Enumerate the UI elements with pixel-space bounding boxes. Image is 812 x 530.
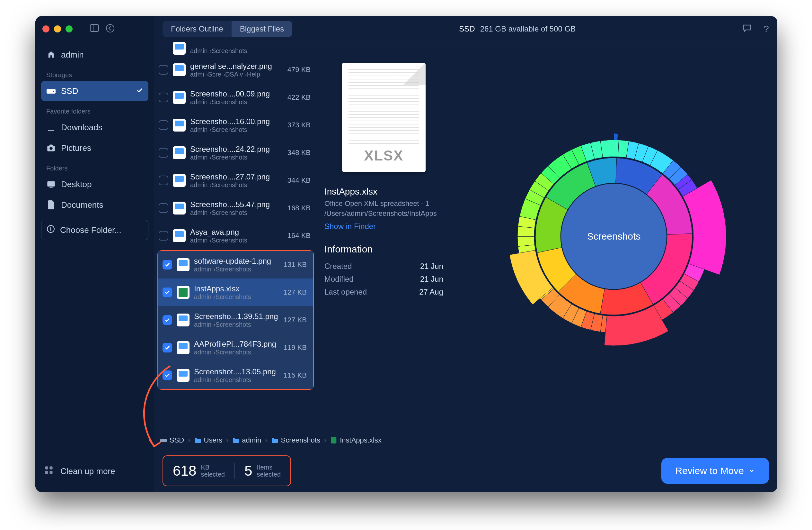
file-name: software-update-1.png	[194, 257, 279, 266]
sidebar: admin Storages SSD Favorite folders Down…	[35, 16, 154, 492]
sidebar-section-storages: Storages	[41, 65, 148, 81]
svg-rect-7	[49, 187, 52, 187]
sidebar-toggle-icon[interactable]	[90, 24, 99, 34]
breadcrumb-item[interactable]: admin	[232, 436, 261, 444]
file-row[interactable]: Screensho....27.07.png admin ›Screenshot…	[154, 167, 317, 194]
file-name: Asya_ava.png	[190, 228, 283, 237]
file-row[interactable]: AAProfilePi...784F3.png admin ›Screensho…	[158, 334, 313, 362]
svg-rect-14	[160, 439, 167, 442]
drive-icon	[46, 87, 56, 95]
file-checkbox[interactable]	[162, 260, 172, 269]
back-icon[interactable]	[106, 24, 114, 34]
file-row[interactable]: Screenshot....13.05.png admin ›Screensho…	[158, 362, 313, 389]
doc-type-label: XLSX	[342, 148, 425, 164]
choose-folder-button[interactable]: Choose Folder...	[41, 220, 148, 240]
detail-subtitle: Office Open XML spreadsheet - 1	[324, 199, 443, 209]
file-path: admin ›Screenshots	[190, 181, 283, 189]
detail-title: InstApps.xlsx	[324, 186, 443, 197]
file-checkbox[interactable]	[162, 315, 172, 325]
file-row[interactable]: Asya_ava.png admin ›Screenshots 164 KB	[154, 222, 317, 250]
file-checkbox[interactable]	[162, 288, 172, 297]
breadcrumb-label: admin	[242, 436, 261, 444]
svg-rect-10	[49, 466, 52, 469]
file-checkbox[interactable]	[162, 343, 172, 352]
file-row[interactable]: software-update-1.png admin ›Screenshots…	[158, 251, 313, 279]
file-size: 168 KB	[288, 204, 313, 212]
file-row[interactable]: general se...nalyzer.png admi ›Scre ›DSA…	[154, 56, 317, 84]
sunburst-chart[interactable]: Screenshots	[450, 42, 777, 431]
home-icon	[46, 50, 56, 59]
file-checkbox[interactable]	[159, 120, 168, 130]
detail-path: /Users/admin/Screenshots/InstApps	[324, 209, 443, 219]
file-size: 131 KB	[284, 261, 309, 269]
file-checkbox[interactable]	[159, 176, 168, 185]
breadcrumb-label: Screenshots	[281, 436, 320, 444]
file-name: Screensho....24.22.png	[190, 145, 283, 154]
review-to-move-button[interactable]: Review to Move	[661, 458, 769, 484]
file-row[interactable]: Screensho....00.09.png admin ›Screenshot…	[154, 84, 317, 111]
file-row[interactable]: Screensho....24.22.png admin ›Screenshot…	[154, 139, 317, 167]
file-checkbox[interactable]	[159, 93, 168, 102]
close-window-button[interactable]	[42, 25, 49, 32]
help-icon[interactable]: ?	[764, 24, 769, 34]
file-name: Screensho...1.39.51.png	[194, 312, 279, 321]
sidebar-item-documents[interactable]: Documents	[41, 195, 148, 215]
xlsx-file-icon	[177, 286, 189, 299]
file-checkbox[interactable]	[159, 231, 168, 240]
bottom-bar: 618 KBselected 5 Itemsselected Review to…	[154, 450, 777, 492]
sidebar-user[interactable]: admin	[41, 44, 148, 65]
info-value: 21 Jun	[420, 262, 443, 271]
sidebar-item-pictures[interactable]: Pictures	[41, 138, 148, 158]
tab-biggest-files[interactable]: Biggest Files	[232, 21, 292, 37]
image-file-icon	[173, 119, 186, 131]
selected-count-number: 5	[244, 463, 252, 479]
tab-folders-outline[interactable]: Folders Outline	[162, 21, 232, 37]
sidebar-item-downloads[interactable]: Downloads	[41, 117, 148, 138]
breadcrumb-separator: ›	[265, 436, 267, 444]
sidebar-item-ssd[interactable]: SSD	[41, 81, 148, 101]
image-file-icon	[173, 91, 186, 104]
file-row[interactable]: InstApps.xlsx admin ›Screenshots 127 KB	[158, 279, 313, 306]
svg-rect-9	[45, 466, 48, 469]
svg-rect-15	[331, 437, 337, 444]
file-name: Screensho....16.00.png	[190, 117, 283, 126]
svg-point-4	[53, 91, 54, 92]
plus-circle-icon	[47, 225, 55, 235]
image-file-icon	[177, 313, 189, 326]
file-name: Screensho....00.09.png	[190, 89, 283, 98]
breadcrumb-item[interactable]: Screenshots	[272, 436, 320, 444]
choose-folder-label: Choose Folder...	[60, 225, 121, 235]
sidebar-section-favfolders: Favorite folders	[41, 101, 148, 117]
sidebar-footer[interactable]: Clean up more	[35, 454, 154, 489]
file-row[interactable]: Screensho...1.39.51.png admin ›Screensho…	[158, 306, 313, 334]
file-checkbox[interactable]	[159, 148, 168, 157]
file-checkbox[interactable]	[159, 65, 168, 74]
file-path: admin ›Screenshots	[190, 154, 283, 161]
breadcrumb-item[interactable]: InstApps.xlsx	[330, 436, 381, 444]
file-size: 164 KB	[288, 232, 313, 240]
file-checkbox[interactable]	[159, 203, 168, 213]
feedback-icon[interactable]	[742, 24, 752, 34]
file-checkbox[interactable]	[162, 371, 172, 380]
minimize-window-button[interactable]	[54, 25, 61, 32]
sidebar-item-label: Desktop	[61, 179, 91, 190]
file-preview: XLSX	[317, 48, 450, 186]
file-row[interactable]: Screensho....16.00.png admin ›Screenshot…	[154, 111, 317, 139]
selection-highlight: software-update-1.png admin ›Screenshots…	[157, 250, 314, 390]
breadcrumb-label: Users	[204, 436, 222, 444]
apps-grid-icon	[44, 466, 53, 477]
breadcrumb-item[interactable]: SSD	[160, 436, 184, 444]
svg-point-2	[106, 25, 114, 32]
breadcrumb-separator: ›	[226, 436, 228, 444]
breadcrumb-item[interactable]: Users	[194, 436, 222, 444]
file-path: admin ›Screenshots	[190, 209, 283, 217]
show-in-finder-link[interactable]: Show in Finder	[324, 222, 376, 231]
file-row[interactable]: Screensho....55.47.png admin ›Screenshot…	[154, 194, 317, 222]
file-name: AAProfilePi...784F3.png	[194, 339, 279, 349]
file-size: 115 KB	[284, 371, 309, 379]
sidebar-item-desktop[interactable]: Desktop	[41, 174, 148, 195]
camera-icon	[46, 144, 56, 152]
file-path: admin ›Screenshots	[194, 349, 279, 356]
zoom-window-button[interactable]	[66, 25, 73, 32]
breadcrumb-separator: ›	[324, 436, 327, 444]
